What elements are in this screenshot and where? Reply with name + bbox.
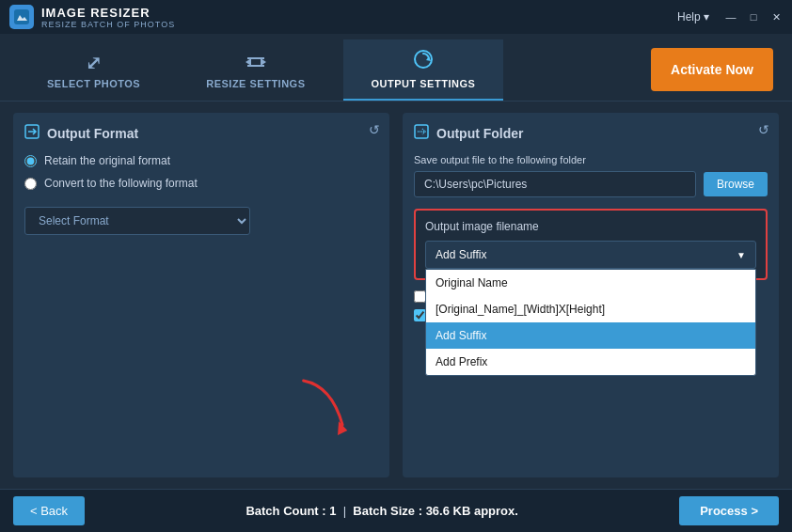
save-folder-label: Save output file to the following folder [414,154,768,165]
help-button[interactable]: Help ▾ [677,10,709,23]
convert-format-option[interactable]: Convert to the following format [24,177,378,190]
select-photos-icon: ⤢ [86,52,103,74]
tab-select-photos[interactable]: ⤢ SELECT PHOTOS [19,42,168,101]
convert-format-label: Convert to the following format [44,177,198,190]
back-button[interactable]: < Back [13,496,85,525]
batch-size-value: 36.6 KB approx. [426,504,518,518]
tab-resize-settings[interactable]: RESIZE SETTINGS [178,43,333,101]
tab-select-photos-label: SELECT PHOTOS [47,78,140,89]
retain-format-option[interactable]: Retain the original format [24,154,378,167]
retain-format-label: Retain the original format [44,154,170,167]
tab-resize-settings-label: RESIZE SETTINGS [206,78,305,89]
nav-bar: ⤢ SELECT PHOTOS RESIZE SETTINGS OUTPUT S… [0,34,792,102]
title-bar: IMAGE RESIZER RESIZE BATCH OF PHOTOS Hel… [0,0,792,34]
activate-now-button[interactable]: Activate Now [651,48,773,91]
filename-option-name-size[interactable]: [Original_Name]_[Width]X[Height] [426,296,755,322]
close-button[interactable]: ✕ [769,10,783,23]
folder-path-input[interactable] [414,171,696,197]
svg-marker-6 [426,56,431,61]
browse-button[interactable]: Browse [704,172,768,196]
app-title: IMAGE RESIZER [41,6,175,20]
left-reset-button[interactable]: ↺ [369,122,380,137]
resize-settings-icon [246,53,266,74]
bottom-bar: < Back Batch Count : 1 | Batch Size : 36… [0,489,792,532]
window-controls: — □ ✕ [724,10,783,23]
filename-dropdown-selected[interactable]: Add Suffix ▼ [425,241,756,269]
main-content: Output Format ↺ Retain the original form… [0,102,792,489]
output-format-title: Output Format [24,124,378,143]
output-folder-panel: Output Folder ↺ Save output file to the … [403,113,779,477]
app-title-group: IMAGE RESIZER RESIZE BATCH OF PHOTOS [41,6,175,29]
output-folder-icon [414,124,429,143]
arrow-hint [286,380,361,440]
filename-option-original-name[interactable]: Original Name [426,270,755,296]
output-folder-title: Output Folder [414,124,768,143]
retain-format-radio[interactable] [24,155,37,167]
tab-output-settings[interactable]: OUTPUT SETTINGS [343,39,504,101]
app-subtitle: RESIZE BATCH OF PHOTOS [41,20,175,29]
folder-path-row: Browse [414,171,768,197]
batch-info: Batch Count : 1 | Batch Size : 36.6 KB a… [85,504,679,518]
filename-label: Output image filename [425,220,756,233]
output-settings-icon [413,49,434,74]
dropdown-arrow-icon: ▼ [737,250,746,260]
svg-rect-0 [14,9,29,24]
filename-dropdown-wrapper: Add Suffix ▼ Original Name [Original_Nam… [425,241,756,269]
right-reset-button[interactable]: ↺ [758,122,769,137]
tab-output-settings-label: OUTPUT SETTINGS [372,78,476,89]
batch-count-value: 1 [329,504,336,518]
process-button[interactable]: Process > [679,496,779,525]
convert-format-radio[interactable] [24,178,37,190]
format-select[interactable]: Select Format [24,207,250,235]
filename-section: Output image filename Add Suffix ▼ Origi… [414,209,768,280]
filename-option-add-suffix[interactable]: Add Suffix [426,322,755,349]
minimize-button[interactable]: — [724,10,737,23]
format-radio-group: Retain the original format Convert to th… [24,154,378,190]
svg-marker-4 [261,58,266,66]
output-format-icon [24,124,40,143]
filename-option-add-prefix[interactable]: Add Prefix [426,349,755,375]
filename-dropdown-list: Original Name [Original_Name]_[Width]X[H… [425,269,756,376]
batch-count-label: Batch Count : [246,504,325,518]
output-format-panel: Output Format ↺ Retain the original form… [13,113,389,477]
filename-selected-value: Add Suffix [436,248,486,261]
restore-button[interactable]: □ [747,10,760,23]
batch-size-label: Batch Size : [353,504,422,518]
app-logo [9,5,34,29]
svg-marker-3 [246,58,251,66]
title-bar-controls: Help ▾ — □ ✕ [677,10,783,23]
